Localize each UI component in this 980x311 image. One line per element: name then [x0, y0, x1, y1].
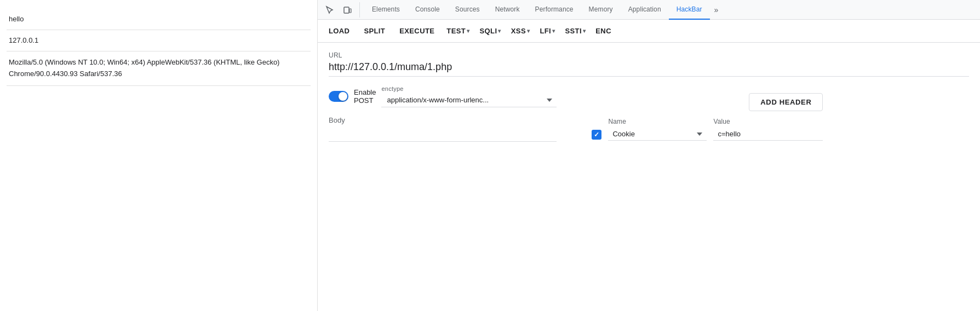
right-panel: Elements Console Sources Network Perform…	[318, 0, 980, 311]
url-value[interactable]: http://127.0.0.1/muma/1.php	[329, 61, 969, 77]
test-arrow-icon: ▾	[467, 28, 469, 34]
user-agent-value: Mozilla/5.0 (Windows NT 10.0; Win64; x64…	[9, 58, 279, 78]
enctype-label: enctype	[381, 85, 557, 92]
xss-arrow-icon: ▾	[527, 28, 530, 34]
url-label: URL	[329, 51, 969, 59]
name-select[interactable]: Cookie Authorization Referer User-Agent …	[608, 128, 707, 141]
main-content: URL http://127.0.0.1/muma/1.php Enable P…	[318, 43, 980, 311]
enable-post-toggle[interactable]	[329, 91, 348, 102]
test-dropdown[interactable]: TEST ▾	[442, 24, 474, 38]
tab-network[interactable]: Network	[488, 0, 528, 20]
ip-address: 127.0.0.1	[7, 30, 311, 51]
right-controls: ADD HEADER Name Cookie Authorization Ref…	[592, 85, 823, 141]
top-nav: Elements Console Sources Network Perform…	[318, 0, 980, 20]
more-tabs-icon[interactable]: »	[710, 0, 723, 20]
middle-row: Enable POST enctype application/x-www-fo…	[329, 85, 969, 142]
value-input[interactable]	[713, 128, 823, 141]
name-col: Name Cookie Authorization Referer User-A…	[608, 118, 707, 141]
svg-rect-0	[344, 7, 349, 13]
ssti-dropdown[interactable]: SSTI ▾	[560, 24, 590, 38]
enctype-group: enctype application/x-www-form-urlenc...…	[381, 85, 557, 107]
tab-elements[interactable]: Elements	[364, 0, 408, 20]
split-button[interactable]: SPLIT	[357, 24, 392, 38]
value-col-label: Value	[713, 118, 823, 125]
name-col-label: Name	[608, 118, 707, 125]
user-agent: Mozilla/5.0 (Windows NT 10.0; Win64; x64…	[7, 51, 311, 86]
tab-sources[interactable]: Sources	[448, 0, 488, 20]
value-col: Value	[713, 118, 823, 141]
ssti-arrow-icon: ▾	[583, 28, 586, 34]
body-input[interactable]	[329, 126, 557, 142]
execute-button[interactable]: EXECUTE	[393, 24, 441, 38]
svg-rect-1	[349, 9, 351, 13]
header-checkbox[interactable]	[592, 130, 601, 140]
response-text-value: hello	[9, 15, 24, 23]
tab-memory[interactable]: Memory	[581, 0, 621, 20]
left-controls: Enable POST enctype application/x-www-fo…	[329, 85, 557, 142]
hackbar-toolbar: LOAD SPLIT EXECUTE TEST ▾ SQLI ▾ XSS ▾ L…	[318, 20, 980, 43]
inspect-icon[interactable]	[322, 2, 337, 18]
name-value-row: Name Cookie Authorization Referer User-A…	[592, 118, 823, 141]
tab-hackbar[interactable]: HackBar	[669, 0, 710, 20]
enable-label: Enable	[354, 88, 376, 96]
add-header-container: ADD HEADER	[592, 85, 823, 111]
ip-value: 127.0.0.1	[9, 36, 38, 44]
sqli-arrow-icon: ▾	[498, 28, 501, 34]
tab-application[interactable]: Application	[621, 0, 669, 20]
enc-button[interactable]: ENC	[591, 24, 616, 38]
response-text: hello	[7, 9, 311, 30]
device-icon[interactable]	[340, 2, 355, 18]
lfi-dropdown[interactable]: LFI ▾	[535, 24, 559, 38]
toggle-thumb	[339, 92, 347, 101]
body-label: Body	[329, 116, 557, 124]
post-label: POST	[354, 96, 376, 105]
body-section: Body	[329, 116, 557, 142]
xss-dropdown[interactable]: XSS ▾	[507, 24, 535, 38]
url-section: URL http://127.0.0.1/muma/1.php	[329, 51, 969, 77]
load-button[interactable]: LOAD	[322, 24, 356, 38]
nav-icons	[322, 2, 360, 18]
tab-performance[interactable]: Performance	[528, 0, 581, 20]
tab-console[interactable]: Console	[408, 0, 448, 20]
enctype-select[interactable]: application/x-www-form-urlenc... multipa…	[381, 93, 557, 107]
lfi-arrow-icon: ▾	[552, 28, 555, 34]
add-header-button[interactable]: ADD HEADER	[749, 93, 823, 111]
toggle-row: Enable POST enctype application/x-www-fo…	[329, 85, 557, 107]
left-panel: hello 127.0.0.1 Mozilla/5.0 (Windows NT …	[0, 0, 318, 311]
toggle-labels: Enable POST	[354, 88, 376, 105]
sqli-dropdown[interactable]: SQLI ▾	[475, 24, 506, 38]
